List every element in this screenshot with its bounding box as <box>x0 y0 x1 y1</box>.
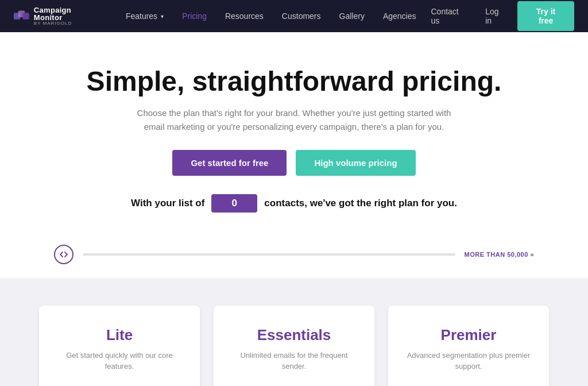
slider-arrow-left[interactable] <box>54 245 74 264</box>
logo-sub: by Marigold <box>34 21 99 26</box>
chevron-left-right-icon <box>59 250 68 259</box>
plan-price-lite: $ 15 CAD/month <box>80 384 159 386</box>
hero-buttons: Get started for free High volume pricing <box>11 150 577 176</box>
price-amount-essentials: 26 <box>261 384 299 386</box>
contact-link[interactable]: Contact us <box>424 2 474 30</box>
plan-desc-premier: Advanced segmentation plus premier suppo… <box>404 350 533 372</box>
contact-suffix: contacts, we've got the right plan for y… <box>264 198 457 209</box>
logo-text: Campaign Monitor by Marigold <box>34 6 99 26</box>
contact-prefix: With your list of <box>131 198 204 209</box>
plan-name-essentials: Essentials <box>257 326 331 344</box>
price-amount-lite: 15 <box>87 384 124 386</box>
more-than-link[interactable]: MORE THAN 50,000 » <box>465 251 534 258</box>
slider-track[interactable] <box>83 253 455 256</box>
hero-title: Simple, straightforward pricing. <box>11 67 577 97</box>
pricing-section: Lite Get started quickly with our core f… <box>0 278 588 386</box>
plan-desc-essentials: Unlimited emails for the frequent sender… <box>230 350 358 372</box>
svg-rect-2 <box>22 13 29 20</box>
try-free-button[interactable]: Try it free <box>517 1 574 31</box>
chevron-down-icon: ▾ <box>161 13 164 20</box>
plan-name-premier: Premier <box>441 326 497 344</box>
pricing-card-premier: Premier Advanced segmentation plus premi… <box>388 306 549 386</box>
plan-price-essentials: $ 26 CAD/month <box>254 384 334 386</box>
nav-agencies[interactable]: Agencies <box>375 7 424 25</box>
high-volume-button[interactable]: High volume pricing <box>296 150 415 176</box>
logo[interactable]: Campaign Monitor by Marigold <box>14 6 99 26</box>
slider-section: MORE THAN 50,000 » <box>36 245 552 264</box>
price-amount-premier: 199 <box>427 384 482 386</box>
nav-links: Features ▾ Pricing Resources Customers G… <box>118 7 424 25</box>
pricing-card-essentials: Essentials Unlimited emails for the freq… <box>214 306 374 386</box>
plan-name-lite: Lite <box>106 326 133 344</box>
logo-brand: Campaign Monitor <box>34 6 99 21</box>
hero-section: Simple, straightforward pricing. Choose … <box>0 32 588 245</box>
logo-icon <box>14 10 29 22</box>
nav-right: Contact us Log in Try it free <box>424 1 574 31</box>
nav-customers[interactable]: Customers <box>274 7 329 25</box>
pricing-card-lite: Lite Get started quickly with our core f… <box>39 306 200 386</box>
login-link[interactable]: Log in <box>478 2 513 30</box>
nav-gallery[interactable]: Gallery <box>331 7 373 25</box>
contact-row: With your list of contacts, we've got th… <box>11 194 577 213</box>
plan-desc-lite: Get started quickly with our core featur… <box>55 350 184 372</box>
nav-features[interactable]: Features ▾ <box>118 7 172 25</box>
navbar: Campaign Monitor by Marigold Features ▾ … <box>0 0 588 32</box>
nav-pricing[interactable]: Pricing <box>174 7 215 25</box>
hero-subtitle: Choose the plan that's right for your br… <box>133 106 455 134</box>
nav-resources[interactable]: Resources <box>217 7 272 25</box>
contacts-input[interactable] <box>211 194 257 213</box>
get-started-button[interactable]: Get started for free <box>172 150 287 176</box>
plan-price-premier: $ 199 CAD/month <box>420 384 517 386</box>
